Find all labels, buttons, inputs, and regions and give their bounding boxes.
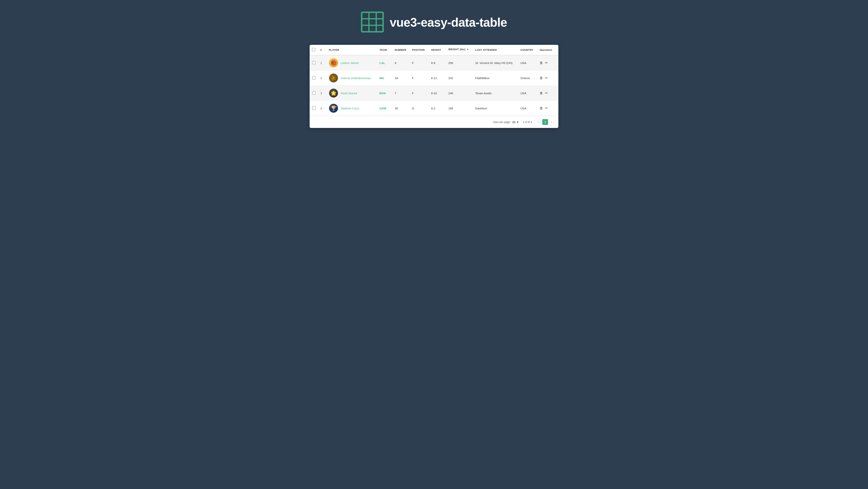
delete-button-2[interactable]: 🗑	[539, 76, 543, 80]
app-title: vue3-easy-data-table	[390, 15, 507, 29]
row-checkbox-cell-3	[310, 86, 318, 101]
row-checkbox-cell-2	[310, 70, 318, 86]
header-position-label: POSITION	[412, 49, 425, 51]
row-height-4: 6-2	[429, 101, 446, 116]
row-operation-3: 🗑 ✏	[537, 86, 558, 101]
edit-button-2[interactable]: ✏	[545, 76, 548, 80]
row-position-4: G	[410, 101, 429, 116]
row-last-attended-3: Texas-Austin	[473, 86, 518, 101]
row-number-4: 30	[393, 101, 410, 116]
row-country-3: USA	[518, 86, 537, 101]
player-name-1: Lebron James	[341, 61, 359, 64]
row-country-2: Greece	[518, 70, 537, 86]
edit-button-1[interactable]: ✏	[545, 61, 548, 65]
row-number-2: 34	[393, 70, 410, 86]
header-checkbox-cell	[310, 45, 318, 55]
row-operation-4: 🗑 ✏	[537, 101, 558, 116]
row-checkbox-4[interactable]	[312, 106, 315, 110]
header-number-label: NUMBER	[395, 49, 406, 51]
prev-page-button[interactable]: ‹	[536, 119, 541, 125]
header-last-attended: LAST ATTENDED	[473, 45, 518, 55]
row-last-attended-1: St. Vincent-St. Mary HS (OH)	[473, 55, 518, 70]
header-number: NUMBER	[393, 45, 410, 55]
table-row: 3 🌟 Kevin Durant BKN 7 F 6-10 240 Texas-…	[310, 86, 558, 101]
row-num-4: 4	[318, 101, 327, 116]
player-name-4: Stephen Curry	[341, 107, 359, 110]
row-num-1: 1	[318, 55, 327, 70]
row-last-attended-4: Davidson	[473, 101, 518, 116]
row-country-1: USA	[518, 55, 537, 70]
rows-per-page-select[interactable]: 25 ▼	[512, 120, 519, 124]
rows-per-page-dropdown-icon: ▼	[516, 120, 519, 124]
row-checkbox-1[interactable]	[312, 61, 315, 64]
header-position: POSITION	[410, 45, 429, 55]
select-all-checkbox[interactable]	[312, 48, 315, 51]
row-team-4: GSW	[377, 101, 393, 116]
row-team-2: MIL	[377, 70, 393, 86]
rows-per-page-section: rows per page: 25 ▼	[493, 120, 519, 124]
header-operation: Operation	[537, 45, 558, 55]
player-name-3: Kevin Durant	[341, 91, 357, 95]
header-country-label: COUNTRY	[521, 49, 533, 51]
player-avatar-2: ⛹️	[329, 73, 338, 83]
row-weight-2: 242	[446, 70, 473, 86]
table-header-row: # PLAYER TEAM NUMBER POSITION HEIGHT	[310, 45, 558, 55]
svg-rect-0	[362, 12, 383, 32]
header-country: COUNTRY	[518, 45, 537, 55]
edit-button-3[interactable]: ✏	[545, 91, 548, 95]
table-row: 2 ⛹️ Giannis Antetokounmpo MIL 34 F 6-11…	[310, 70, 558, 86]
row-position-1: F	[410, 55, 429, 70]
row-height-2: 6-11	[429, 70, 446, 86]
app-header: vue3-easy-data-table	[361, 11, 507, 33]
row-num-2: 2	[318, 70, 327, 86]
player-name-2: Giannis Antetokounmpo	[341, 77, 371, 80]
row-position-2: F	[410, 70, 429, 86]
delete-button-1[interactable]: 🗑	[539, 61, 543, 65]
delete-button-4[interactable]: 🗑	[539, 106, 543, 110]
row-checkbox-2[interactable]	[312, 76, 315, 80]
header-num-label: #	[320, 49, 322, 51]
row-number-3: 7	[393, 86, 410, 101]
row-player-3: 🌟 Kevin Durant	[327, 86, 377, 101]
next-page-button[interactable]: ›	[549, 119, 555, 125]
data-table-container: # PLAYER TEAM NUMBER POSITION HEIGHT	[310, 45, 558, 128]
header-height: HEIGHT	[429, 45, 446, 55]
page-1-button[interactable]: 1	[542, 119, 548, 125]
row-position-3: F	[410, 86, 429, 101]
row-team-3: BKN	[377, 86, 393, 101]
row-checkbox-cell-4	[310, 101, 318, 116]
player-avatar-1: 🏀	[329, 58, 338, 67]
row-operation-2: 🗑 ✏	[537, 70, 558, 86]
header-team-label: TEAM	[379, 49, 387, 51]
header-weight-label: WEIGHT (lbs)	[448, 48, 465, 51]
table-row: 1 🏀 Lebron James LAL 6 F 6-9 250 St. Vin…	[310, 55, 558, 70]
data-table: # PLAYER TEAM NUMBER POSITION HEIGHT	[310, 45, 558, 116]
row-weight-1: 250	[446, 55, 473, 70]
row-player-2: ⛹️ Giannis Antetokounmpo	[327, 70, 377, 86]
player-avatar-3: 🌟	[329, 88, 338, 98]
header-weight[interactable]: WEIGHT (lbs) ▼	[446, 45, 471, 54]
row-height-1: 6-9	[429, 55, 446, 70]
header-player-label: PLAYER	[329, 49, 339, 51]
rows-range: 1-4 of 4	[523, 120, 532, 123]
delete-button-3[interactable]: 🗑	[539, 91, 543, 95]
edit-button-4[interactable]: ✏	[545, 106, 548, 110]
row-weight-3: 240	[446, 86, 473, 101]
row-country-4: USA	[518, 101, 537, 116]
row-player-1: 🏀 Lebron James	[327, 55, 377, 70]
header-operation-label: Operation	[539, 49, 552, 51]
rows-per-page-label: rows per page:	[493, 120, 511, 123]
header-team: TEAM	[377, 45, 393, 55]
row-checkbox-3[interactable]	[312, 91, 315, 95]
row-num-3: 3	[318, 86, 327, 101]
row-height-3: 6-10	[429, 86, 446, 101]
pagination: ‹ 1 ›	[536, 119, 555, 125]
row-checkbox-cell-1	[310, 55, 318, 70]
player-avatar-4: 🏆	[329, 104, 338, 113]
table-footer: rows per page: 25 ▼ 1-4 of 4 ‹ 1 ›	[310, 116, 558, 128]
header-height-label: HEIGHT	[431, 49, 441, 51]
sort-arrow-icon: ▼	[467, 48, 469, 51]
row-player-4: 🏆 Stephen Curry	[327, 101, 377, 116]
app-logo	[361, 11, 384, 33]
row-weight-4: 185	[446, 101, 473, 116]
